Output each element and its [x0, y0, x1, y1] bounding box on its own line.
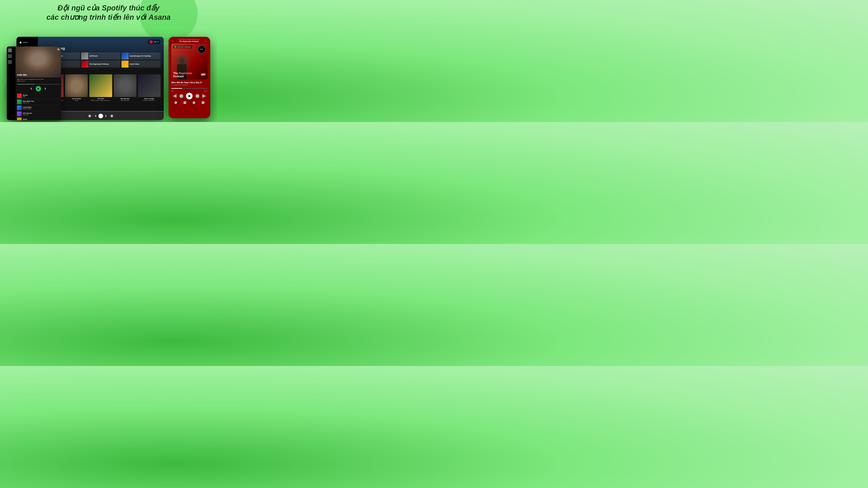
queue-thumb-5	[17, 118, 22, 120]
player-controls	[88, 114, 113, 118]
playing-from-label: PLAYING FROM PODCAST	[174, 39, 204, 40]
small-library-icon[interactable]	[8, 60, 12, 64]
episode-sub: The RapCaviar Podcast	[171, 84, 208, 86]
next-button[interactable]	[105, 115, 108, 117]
phone-device-icon[interactable]	[184, 101, 186, 104]
queue-thumb-1	[17, 94, 22, 98]
jump-label-4: Hip Hop Mix	[114, 98, 136, 100]
jump-sub-5: Future & melodic b...	[138, 100, 161, 101]
user-name: Sun	[154, 41, 157, 43]
queue-artist-4: Laxid Fall	[23, 114, 32, 116]
phone-podcast-cover: A SPOTIFY ORIGINAL R⧵V The RapCaviarPodc…	[171, 43, 208, 79]
queue-item-4[interactable]: WTF (Grand)Laxid Fall	[17, 111, 60, 117]
queue-title-2: Mars Made Time	[23, 100, 34, 102]
small-controls	[16, 85, 61, 92]
prev-button[interactable]	[93, 115, 96, 117]
phone-playing-from: PLAYING FROM PODCAST The RapCaviar Podca…	[174, 39, 204, 42]
small-home-icon[interactable]	[8, 48, 12, 52]
queue-title-1: Muerte	[23, 94, 28, 96]
phone-extra-icons	[168, 100, 210, 105]
queue-thumb-3	[17, 105, 22, 110]
jump-item-5[interactable]: Bass Lounge Future & melodic b...	[138, 74, 161, 102]
playlist-card-2[interactable]: Soft Rock	[81, 53, 120, 60]
small-play-button[interactable]	[36, 86, 41, 91]
indie-mix-cover: Indie Mix	[16, 46, 61, 77]
small-next-button[interactable]	[43, 87, 46, 90]
phone-skip-back-icon[interactable]	[173, 94, 177, 98]
jump-thumb-lofi	[89, 74, 112, 97]
jinx-tag: Jinx	[201, 73, 206, 76]
hero-title-line1: Đội ngũ của Spotify thúc đẩy	[58, 4, 159, 12]
phone-top-bar: ⌄ PLAYING FROM PODCAST The RapCaviar Pod…	[168, 37, 210, 43]
phone-progress-bar[interactable]	[171, 88, 208, 89]
spotify-original-text: A SPOTIFY ORIGINAL	[177, 46, 191, 47]
spotify-logo-icon	[175, 46, 176, 48]
jump-item-3[interactable]: lofi beats Beats to relax, study, and fo…	[89, 74, 112, 102]
queue-thumb-4	[17, 111, 22, 116]
jump-label-5: Bass Lounge	[138, 98, 161, 100]
phone-speed-icon[interactable]	[193, 101, 195, 104]
small-sidebar	[7, 46, 16, 120]
phone-timer-icon[interactable]	[202, 101, 205, 104]
jump-sub-4: Teto and more	[114, 100, 136, 101]
phone-play-button[interactable]	[186, 93, 193, 99]
phone-controls	[168, 92, 210, 100]
playlist-thumb-softrock	[81, 53, 88, 60]
queue-title-3: Locked Eyes	[23, 106, 32, 108]
jump-thumb-bass	[138, 74, 161, 97]
playlist-name-3: Soundscapes for Gaming	[128, 55, 152, 57]
phone-skip-forward-icon[interactable]	[202, 94, 206, 98]
indie-mix-info2: Made by You	[17, 80, 60, 82]
more-options-icon[interactable]: ⋮	[204, 39, 208, 42]
small-prev-button[interactable]	[31, 87, 33, 90]
phone-forward-icon[interactable]	[195, 94, 199, 98]
queue-artist-1: Billie	[23, 96, 28, 97]
indie-mix-label: Indie Mix	[17, 73, 27, 76]
jump-thumb-oscar	[65, 74, 88, 97]
mobile-tablet: Indie Mix Billie Eilish, Demi, Pinkpanth…	[7, 46, 61, 120]
episode-title: Who Will Be Rap's Next Big 3?	[171, 81, 208, 84]
play-button[interactable]	[98, 114, 103, 118]
queue-title-4: WTF (Grand)	[23, 112, 32, 114]
rc-logo: R⧵V	[198, 45, 206, 53]
jump-label-2: Oscar Anton	[65, 98, 88, 100]
sidebar-item-home[interactable]: Home	[19, 40, 36, 45]
small-main: Indie Mix Billie Eilish, Demi, Pinkpanth…	[16, 46, 61, 120]
back-arrow-icon[interactable]: ◀	[57, 47, 60, 51]
indie-mix-info: Billie Eilish, Demi, Pinkpantheress and …	[16, 77, 61, 83]
phone-podcast-title: The RapCaviarPodcast	[173, 72, 206, 78]
playlist-card-6[interactable]: Good Vibes	[122, 61, 161, 68]
queue-item-5[interactable]: ShakyLaxid Fall	[17, 117, 60, 120]
jump-thumb-hiphop	[114, 74, 136, 97]
mobile-phone: ⌄ PLAYING FROM PODCAST The RapCaviar Pod…	[168, 37, 210, 118]
jump-item-4[interactable]: Hip Hop Mix Teto and more	[114, 74, 136, 102]
playlist-thumb-soundscapes	[122, 53, 128, 60]
queue-item-2[interactable]: Mars Made TimeBillie by You	[17, 99, 60, 105]
repeat-button[interactable]	[111, 115, 113, 117]
queue-item-3[interactable]: Locked EyesBilliemo Friend	[17, 105, 60, 111]
shuffle-button[interactable]	[88, 115, 91, 117]
queue-list: MuerteBillie Mars Made TimeBillie by You…	[16, 92, 61, 120]
hero-title-line2: các chương trình tiến lên với Asana	[46, 13, 171, 21]
phone-share-icon[interactable]	[175, 101, 177, 104]
playlist-thumb-rapcaviar	[81, 61, 88, 68]
small-search-icon[interactable]	[8, 54, 12, 58]
current-time: 0:00	[171, 90, 174, 92]
total-time: -45:00	[204, 90, 208, 92]
phone-rewind-icon[interactable]	[179, 94, 183, 98]
devices-container: Home Search Your Library Sun ▾	[7, 31, 210, 122]
user-avatar	[150, 40, 153, 43]
chevron-down-icon[interactable]: ⌄	[171, 39, 174, 42]
playlist-name-2: Soft Rock	[88, 55, 99, 57]
small-progress-fill	[17, 84, 34, 85]
queue-item-1[interactable]: MuerteBillie	[17, 93, 60, 99]
small-progress-bar[interactable]	[17, 84, 60, 85]
queue-thumb-2	[17, 100, 22, 104]
phone-time: 0:00 -45:00	[168, 90, 210, 92]
queue-artist-2: Billie by You	[23, 102, 34, 103]
playlist-card-5[interactable]: The RapCaviar Podcast	[81, 61, 120, 68]
indie-mix-info1: Billie Eilish, Demi, Pinkpantheress and …	[17, 78, 60, 80]
jump-item-2[interactable]: Oscar Anton Artist	[65, 74, 88, 102]
playlist-card-3[interactable]: Soundscapes for Gaming	[122, 53, 161, 60]
user-badge[interactable]: Sun ▾	[148, 39, 161, 44]
